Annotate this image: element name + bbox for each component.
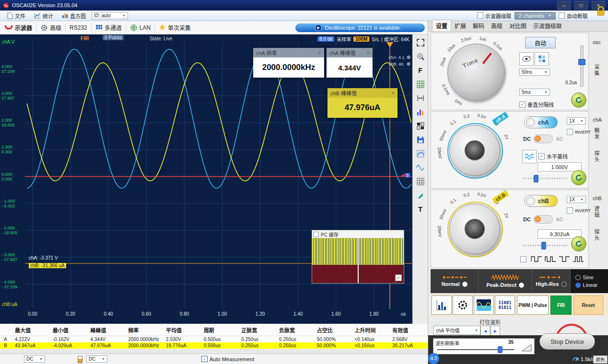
measurement-row-A[interactable]: A4.222V-0.162V4.344V2000.0000kHz2.030V0.… (0, 336, 428, 342)
chA-invert-checkbox[interactable]: INVERT (567, 129, 591, 135)
panel-tab-3[interactable]: 解码 (469, 20, 488, 31)
chB-coupling-select[interactable]: DC ▼ (86, 355, 107, 363)
logic-digital-button[interactable]: 11001 01011 (495, 296, 515, 315)
chA-frequency-popup[interactable]: chA 频率 × 2000.0000kHz (253, 48, 324, 78)
chA-reset-button[interactable] (571, 170, 586, 185)
save-button[interactable] (414, 134, 427, 146)
maximize-button[interactable]: □ (574, 1, 588, 10)
auto-setup-button[interactable]: 自动 (525, 37, 556, 48)
chA-enable-toggle[interactable]: chA (524, 116, 558, 128)
xy-view-button[interactable] (474, 296, 494, 315)
measurement-pin-select[interactable]: chA 平均值 ▼ (433, 326, 480, 335)
advanced-button[interactable]: 高级 (37, 23, 65, 33)
pc-cache-overlay[interactable]: PC 缓存 ✓ (312, 230, 404, 284)
color-button[interactable]: 颜色 (593, 355, 608, 364)
vertical-divider-checkbox[interactable]: ✓ 垂直分隔线 (519, 101, 554, 108)
oscilloscope-logo-button[interactable]: 示波器 (1, 23, 35, 33)
chA-wave-style-button[interactable] (522, 150, 537, 163)
coupling-switch[interactable] (534, 215, 553, 224)
chA-coupling-toggle[interactable]: DC AC (523, 135, 563, 143)
histogram-view-button[interactable] (432, 296, 452, 315)
grid-style-button[interactable] (535, 52, 549, 66)
tab-probe-B[interactable]: 探头 (593, 229, 600, 241)
slider-handle[interactable] (498, 346, 503, 353)
trigger-level-readouts[interactable]: chA: 4.1⊕ chB: 40.⊕ (366, 55, 410, 67)
pc-cache-checkbox[interactable]: PC 缓存 (312, 230, 404, 239)
panel-tab-4[interactable]: 高级 (488, 20, 506, 31)
display-eye-button[interactable] (519, 52, 534, 66)
fft-button[interactable]: F (414, 65, 427, 76)
pulse-pattern-icon[interactable] (531, 255, 542, 263)
cache-enable-checkbox[interactable]: ✓ (395, 274, 402, 281)
pulse-pattern-icon[interactable] (545, 255, 556, 263)
pulse-pattern-icon[interactable] (573, 255, 584, 263)
popup-header[interactable]: chA 频率 × (253, 48, 324, 57)
reference-wave-button[interactable] (414, 162, 427, 173)
close-icon[interactable]: × (392, 90, 395, 96)
chA-coupling-select[interactable]: DC ▼ (24, 355, 45, 363)
interp-sine-option[interactable]: Sine (575, 274, 608, 280)
chA-vpp-popup[interactable]: chA 峰峰值 × 4.344V (327, 48, 373, 78)
cascade-checkbox[interactable]: 示波器级联 (477, 12, 512, 20)
tab-probe-A[interactable]: 探头 (593, 150, 600, 163)
slider-handle[interactable] (578, 59, 585, 65)
chB-reset-button[interactable] (571, 236, 586, 251)
grid-settings-button[interactable] (414, 79, 427, 90)
tab-trigger-A[interactable]: 触发 (593, 127, 600, 140)
panel-tab-2[interactable]: 扩展 (451, 20, 469, 31)
next-measure-button[interactable]: ▶ (491, 326, 500, 336)
popup-header[interactable]: chA 峰峰值 × (327, 48, 373, 57)
acq-peak-detect-button[interactable]: Peak-Detect (479, 269, 532, 293)
text-tool-button[interactable]: T (414, 204, 427, 215)
tab-chB[interactable]: chB (593, 195, 602, 201)
tab-logic[interactable]: 逻辑 (593, 206, 600, 218)
time-offset-slider[interactable] (579, 46, 585, 88)
tab-osc[interactable]: osc (593, 39, 601, 45)
channel-layout-button[interactable] (414, 120, 427, 132)
annotate-button[interactable] (414, 190, 427, 201)
fir-filter-button[interactable]: FIR (550, 296, 572, 315)
panel-tab-1[interactable]: 设置 (432, 20, 451, 31)
lan-button[interactable]: LAN (127, 23, 154, 33)
coupling-switch[interactable] (534, 135, 553, 143)
menu-statistics[interactable]: 统计 (31, 12, 56, 20)
stop-device-button[interactable]: Stop Device (539, 333, 595, 350)
popup-header[interactable]: chB 峰峰值 × (327, 88, 398, 98)
grid-display-button[interactable] (414, 176, 427, 187)
refresh-rate-control[interactable]: 波形刷新率 35 (433, 338, 535, 354)
time-reset-button[interactable] (571, 92, 586, 108)
prev-measure-button[interactable]: ◀ (480, 326, 490, 336)
histogram-button[interactable] (414, 106, 427, 118)
panel-tab-5[interactable]: 对比图 (506, 20, 530, 31)
export-chart-button[interactable] (414, 148, 427, 159)
chB-coupling-toggle[interactable]: DC AC (523, 215, 563, 224)
minimize-button[interactable]: – (557, 1, 571, 10)
chA-baseline-checkbox[interactable]: ✓ 水平基线 (538, 152, 568, 160)
tab-acquisition[interactable]: 采集 (593, 64, 600, 77)
chB-ipp-popup[interactable]: chB 峰峰值 × 47.976uA (327, 88, 398, 118)
chB-offset-slider[interactable] (523, 242, 568, 249)
chA-probe-select[interactable]: 1X ▼ (567, 117, 586, 125)
chB-volts-knob[interactable] (449, 204, 500, 254)
pwm-pulse-button[interactable]: PWM | Pulse (517, 296, 549, 315)
channels-select[interactable]: 2 channels ▼ (514, 12, 556, 20)
single-capture-button[interactable]: 单次采集 (155, 23, 194, 33)
refresh-rate-slider[interactable] (437, 346, 514, 353)
pulse-pattern-row[interactable] (520, 255, 584, 263)
chA-offset-slider[interactable] (523, 175, 568, 182)
chB-enable-toggle[interactable]: chB (524, 195, 558, 207)
measurement-row-B[interactable]: B43.947uA-4.029uA47.976uA2000.0000kHz19.… (0, 342, 428, 349)
device-id-select[interactable]: ID: auto ▼ (92, 12, 128, 19)
slider-handle[interactable] (534, 175, 538, 182)
interp-linear-option[interactable]: Linear (575, 282, 608, 288)
timebase-fine-select[interactable]: 50ns ▼ (519, 68, 550, 76)
lock-icon[interactable] (596, 6, 605, 17)
multichannel-button[interactable]: 多通道 (92, 23, 125, 33)
time-scale-knob[interactable]: Time (447, 44, 505, 101)
chB-invert-checkbox[interactable]: INVERT (567, 207, 591, 214)
cursor-measure-button[interactable] (414, 92, 427, 104)
crosshair-icon[interactable]: ⊕ (407, 55, 410, 60)
menu-file[interactable]: 文件 (4, 12, 28, 20)
crosshair-icon[interactable]: ⊕ (407, 61, 410, 67)
close-icon[interactable]: × (318, 50, 321, 56)
